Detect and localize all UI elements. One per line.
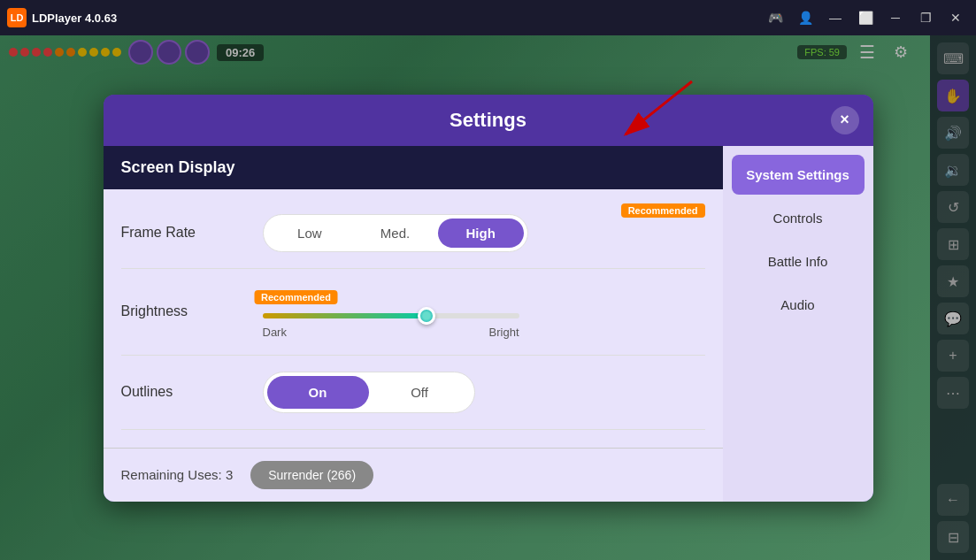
panel-content: Recommended Frame Rate Low Med. High B [104, 189, 723, 448]
settings-title: Settings [450, 109, 526, 131]
frame-rate-buttons: Low Med. High [263, 214, 528, 252]
nav-item-battle-info[interactable]: Battle Info [732, 242, 865, 281]
logo-icon: LD [7, 8, 27, 27]
outlines-toggle: On Off [263, 372, 475, 413]
frame-rate-control: Low Med. High [263, 214, 705, 252]
maximize-icon[interactable]: ⬜ [852, 4, 879, 31]
account-icon[interactable]: 👤 [792, 4, 818, 31]
brightness-slider-container: Dark Bright [263, 313, 519, 339]
controller-icon[interactable]: 🎮 [762, 4, 788, 31]
settings-header: Settings × [104, 95, 873, 146]
brightness-recommended-badge: Recommended [254, 290, 338, 304]
brightness-label: Brightness [121, 303, 263, 319]
frame-rate-low-button[interactable]: Low [267, 219, 353, 248]
frame-rate-row: Recommended Frame Rate Low Med. High [121, 198, 705, 269]
taskbar: LD LDPlayer 4.0.63 🎮 👤 — ⬜ ─ ❐ ✕ [0, 0, 976, 35]
screen-display-panel: Screen Display Recommended Frame Rate Lo… [104, 146, 723, 502]
frame-rate-high-button[interactable]: High [438, 219, 524, 248]
brightness-row: Brightness Recommended [121, 269, 705, 356]
right-nav-panel: System Settings Controls Battle Info Aud… [723, 146, 873, 502]
outlines-label: Outlines [121, 384, 263, 400]
close-button[interactable]: ✕ [942, 4, 969, 31]
panel-footer: Remaining Uses: 3 Surrender (266) [104, 448, 723, 502]
minimize-button[interactable]: ─ [882, 4, 909, 31]
window-controls: 🎮 👤 — ⬜ ─ ❐ ✕ [762, 4, 969, 31]
outlines-control: On Off [263, 372, 705, 413]
brightness-max-label: Bright [489, 326, 519, 339]
frame-rate-med-button[interactable]: Med. [352, 219, 438, 248]
panel-header: Screen Display [104, 146, 723, 189]
app-title: LDPlayer 4.0.63 [32, 12, 117, 25]
outlines-row: Outlines On Off [121, 356, 705, 430]
remaining-uses-text: Remaining Uses: 3 [121, 467, 234, 482]
brightness-control: Recommended Dark Bright [263, 285, 705, 339]
modal-overlay: Settings × Screen Display Recommended Fr… [0, 35, 976, 560]
brightness-slider-track[interactable] [263, 313, 519, 318]
brightness-slider-labels: Dark Bright [263, 326, 519, 339]
brightness-min-label: Dark [263, 326, 287, 339]
outlines-on-button[interactable]: On [267, 376, 369, 409]
outlines-off-button[interactable]: Off [369, 376, 471, 409]
frame-rate-recommended-badge: Recommended [621, 203, 705, 218]
frame-rate-label: Frame Rate [121, 225, 263, 241]
surrender-button[interactable]: Surrender (266) [250, 461, 373, 489]
brightness-slider-thumb[interactable] [418, 307, 435, 325]
nav-item-system-settings[interactable]: System Settings [732, 155, 865, 195]
menu-icon[interactable]: — [822, 4, 849, 31]
restore-button[interactable]: ❐ [912, 4, 939, 31]
nav-item-controls[interactable]: Controls [732, 198, 865, 238]
app-logo: LD LDPlayer 4.0.63 [7, 8, 117, 27]
settings-close-button[interactable]: × [831, 106, 859, 134]
settings-modal: Settings × Screen Display Recommended Fr… [104, 95, 873, 502]
nav-item-audio[interactable]: Audio [732, 285, 865, 325]
settings-body: Screen Display Recommended Frame Rate Lo… [104, 146, 873, 502]
brightness-slider-fill [263, 313, 430, 318]
